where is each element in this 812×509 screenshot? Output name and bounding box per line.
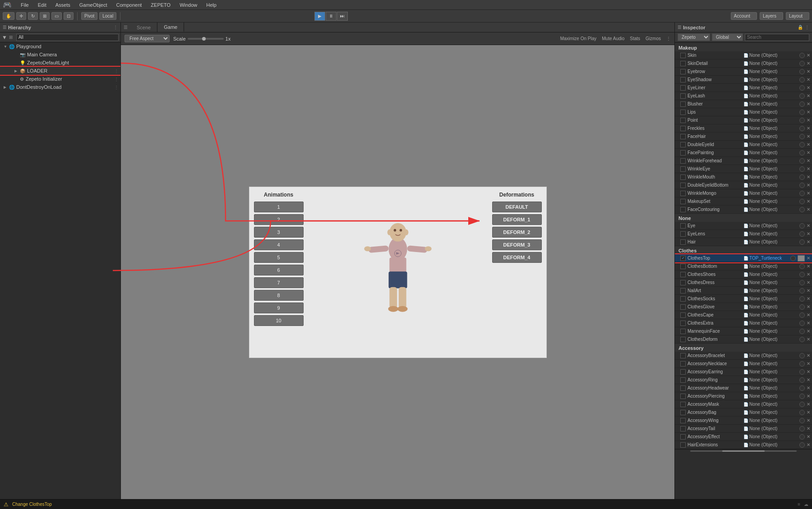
check-clothesdress[interactable] (680, 280, 686, 285)
aspect-dropdown[interactable]: Free Aspect (125, 35, 170, 42)
check-wrinkleforehead[interactable] (680, 158, 686, 164)
anim-btn-8[interactable]: 8 (254, 290, 304, 301)
check-clothesdeform[interactable] (680, 337, 686, 342)
circle-accessorybag[interactable] (799, 410, 805, 415)
circle-facehair[interactable] (799, 134, 805, 139)
circle-clothesbottom[interactable] (799, 264, 805, 269)
x-clothesdeform[interactable]: ✕ (807, 337, 810, 342)
tab-scene[interactable]: Scene (130, 23, 157, 32)
anim-btn-10[interactable]: 10 (254, 315, 304, 326)
circle-clothessocks[interactable] (799, 296, 805, 302)
circle-clothesextra[interactable] (799, 321, 805, 326)
anim-btn-1[interactable]: 1 (254, 202, 304, 212)
circle-accessorytail[interactable] (799, 426, 805, 431)
step-button[interactable]: ⏭ (337, 12, 348, 21)
anim-btn-5[interactable]: 5 (254, 252, 304, 263)
x-accessoryearring[interactable]: ✕ (807, 369, 810, 374)
x-hairextensions[interactable]: ✕ (807, 442, 810, 447)
x-accessorypiercing[interactable]: ✕ (807, 394, 810, 399)
x-doubleeyelid[interactable]: ✕ (807, 142, 810, 147)
hierarchy-item-initializer[interactable]: ⚙ Zepeto Initializer ⋮ (0, 75, 120, 83)
circle-facepainting[interactable] (799, 150, 805, 156)
circle-nailart[interactable] (799, 288, 805, 293)
check-eyelens[interactable] (680, 231, 686, 237)
circle-wrinkleeye[interactable] (799, 166, 805, 172)
check-clothescape[interactable] (680, 312, 686, 318)
check-clothesglove[interactable] (680, 304, 686, 310)
circle-eyelash[interactable] (799, 93, 805, 99)
play-button[interactable]: ▶ (314, 12, 325, 21)
scale-tool[interactable]: ⊞ (40, 12, 50, 20)
deform-btn-default[interactable]: DEFAULT (492, 202, 542, 212)
dontdestroy-dots[interactable]: ⋮ (114, 85, 119, 90)
maximize-btn[interactable]: Maximize On Play (560, 36, 597, 41)
circle-accessoryeffect[interactable] (799, 434, 805, 440)
check-facehair[interactable] (680, 134, 686, 139)
x-facecontouring[interactable]: ✕ (807, 207, 810, 212)
hand-tool[interactable]: ✋ (3, 12, 14, 20)
menu-window[interactable]: Window (178, 1, 199, 9)
rect-tool[interactable]: ▭ (51, 12, 62, 20)
circle-clothestop[interactable] (790, 256, 796, 261)
x-clothesshoes[interactable]: ✕ (807, 272, 810, 277)
menu-edit[interactable]: Edit (36, 1, 48, 9)
hierarchy-item-dontdestroy[interactable]: ▶ 🌐 DontDestroyOnLoad ⋮ (0, 83, 120, 91)
x-eyeshadow[interactable]: ✕ (807, 77, 810, 82)
check-hairextensions[interactable] (680, 442, 686, 448)
menu-file[interactable]: File (19, 1, 31, 9)
circle-blusher[interactable] (799, 101, 805, 107)
x-freckles[interactable]: ✕ (807, 126, 810, 131)
circle-accessorywing[interactable] (799, 418, 805, 423)
hierarchy-item-maincamera[interactable]: 📷 Main Camera (0, 50, 120, 59)
check-accessorynecklace[interactable] (680, 361, 686, 367)
x-clothescape[interactable]: ✕ (807, 312, 810, 317)
check-eyeshadow[interactable] (680, 77, 686, 83)
check-makeupset[interactable] (680, 199, 686, 204)
x-accessorynecklace[interactable]: ✕ (807, 361, 810, 366)
menu-zepeto[interactable]: ZEPETO (149, 1, 172, 9)
check-wrinkleeye[interactable] (680, 166, 686, 172)
x-accessorymask[interactable]: ✕ (807, 402, 810, 407)
x-point[interactable]: ✕ (807, 118, 810, 123)
circle-facecontouring[interactable] (799, 207, 805, 212)
swatch-clothestop[interactable] (798, 255, 805, 261)
anim-btn-3[interactable]: 3 (254, 227, 304, 238)
x-accessoryeffect[interactable]: ✕ (807, 434, 810, 439)
x-clothessocks[interactable]: ✕ (807, 296, 810, 301)
deform-btn-1[interactable]: DEFORM_1 (492, 214, 542, 225)
check-facepainting[interactable] (680, 150, 686, 156)
circle-accessorynecklace[interactable] (799, 361, 805, 367)
x-clothesglove[interactable]: ✕ (807, 304, 810, 309)
circle-point[interactable] (799, 118, 805, 123)
check-hair[interactable] (680, 239, 686, 245)
circle-doubleeyelidbottom[interactable] (799, 183, 805, 188)
multi-tool[interactable]: ⊡ (64, 12, 74, 20)
mode-dropdown[interactable]: Global (712, 33, 743, 41)
tab-game[interactable]: Game (157, 23, 184, 32)
x-wrinklemongo[interactable]: ✕ (807, 191, 810, 196)
deform-btn-3[interactable]: DEFORM_3 (492, 239, 542, 250)
pivot-btn[interactable]: Pivot (81, 12, 97, 20)
menu-gameobject[interactable]: GameObject (78, 1, 109, 9)
deform-btn-2[interactable]: DEFORM_2 (492, 227, 542, 238)
x-mannequinface[interactable]: ✕ (807, 329, 810, 334)
anim-btn-2[interactable]: 2 (254, 214, 304, 225)
x-accessoryheadwear[interactable]: ✕ (807, 385, 810, 390)
hierarchy-item-loader[interactable]: ▶ 📦 LOADER ⋮ (0, 67, 120, 75)
x-facepainting[interactable]: ✕ (807, 150, 810, 155)
circle-accessorybracelet[interactable] (799, 353, 805, 358)
account-dropdown[interactable]: Account (731, 12, 757, 20)
x-nailart[interactable]: ✕ (807, 288, 810, 293)
check-skindetail[interactable] (680, 61, 686, 66)
anim-btn-9[interactable]: 9 (254, 303, 304, 313)
x-lips[interactable]: ✕ (807, 110, 810, 115)
circle-lips[interactable] (799, 110, 805, 115)
x-eyeliner[interactable]: ✕ (807, 85, 810, 90)
check-lips[interactable] (680, 110, 686, 115)
check-eye[interactable] (680, 223, 686, 229)
circle-makeupset[interactable] (799, 199, 805, 204)
x-accessoryring[interactable]: ✕ (807, 377, 810, 382)
x-clothesextra[interactable]: ✕ (807, 321, 810, 326)
scale-thumb[interactable] (202, 37, 206, 41)
x-wrinkleeye[interactable]: ✕ (807, 166, 810, 171)
